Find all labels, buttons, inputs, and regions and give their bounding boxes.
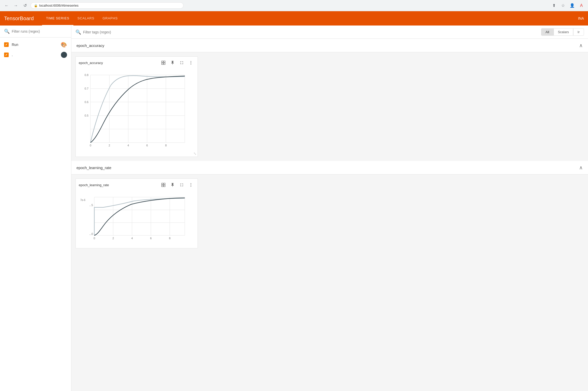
profile-button[interactable]: 👤 xyxy=(569,2,576,9)
svg-rect-28 xyxy=(162,183,163,185)
address-bar[interactable]: 🔒 localhost:6006/#timeseries xyxy=(31,2,184,9)
chart-body-epoch-lr: 7e-6 ...5 ...0 0 2 4 6 8 xyxy=(76,191,198,248)
pin-button-lr[interactable] xyxy=(169,181,176,188)
collapse-icon: ∧ xyxy=(579,42,583,48)
sidebar-search: 🔍 xyxy=(0,26,71,37)
top-nav: TensorBoard TIME SERIES SCALARS GRAPHS I… xyxy=(0,11,588,26)
svg-text:7e-6: 7e-6 xyxy=(80,199,85,201)
filter-tags-input[interactable] xyxy=(83,30,128,34)
fullscreen-button[interactable] xyxy=(178,59,185,66)
lock-icon: 🔒 xyxy=(34,4,38,7)
svg-text:2: 2 xyxy=(109,144,110,147)
search-icon: 🔍 xyxy=(4,29,10,34)
bookmark-button[interactable]: ☆ xyxy=(559,2,567,9)
nav-items: TIME SERIES SCALARS GRAPHS xyxy=(42,11,122,26)
chart-svg-epoch-accuracy: 0.8 0.7 0.6 0.5 0 2 4 6 8 xyxy=(78,70,190,152)
chart-title-epoch-lr: epoch_learning_rate xyxy=(79,183,158,187)
run-checkbox-1[interactable]: ✓ xyxy=(4,42,9,47)
nav-time-series[interactable]: TIME SERIES xyxy=(42,11,73,26)
section-content-epoch-accuracy: epoch_accuracy xyxy=(71,52,588,161)
check-icon: ✓ xyxy=(5,53,8,57)
share-button[interactable]: ⬆ xyxy=(550,2,557,9)
svg-rect-2 xyxy=(162,63,163,65)
svg-text:8: 8 xyxy=(165,144,167,147)
filter-tab-scalars[interactable]: Scalars xyxy=(554,28,573,36)
more-options-button[interactable] xyxy=(187,59,194,66)
svg-point-5 xyxy=(191,62,191,63)
data-view-button[interactable] xyxy=(160,59,167,66)
svg-text:...0: ...0 xyxy=(89,232,93,235)
svg-text:6: 6 xyxy=(150,237,152,240)
run-label-2: . xyxy=(12,53,58,57)
svg-text:0.7: 0.7 xyxy=(85,87,88,90)
extension-button[interactable]: A xyxy=(578,2,585,9)
svg-rect-1 xyxy=(164,61,165,62)
filter-tabs: All Scalars Ir xyxy=(541,28,584,36)
content-top-bar: 🔍 All Scalars Ir xyxy=(71,26,588,39)
svg-point-4 xyxy=(191,61,191,62)
section-epoch-accuracy: epoch_accuracy ∧ epoch_accuracy xyxy=(71,39,588,161)
browser-chrome: ← → ↺ 🔒 localhost:6006/#timeseries ⬆ ☆ 👤… xyxy=(0,0,588,11)
run-checkbox-2[interactable]: ✓ xyxy=(4,53,9,57)
svg-rect-0 xyxy=(162,61,163,62)
svg-point-34 xyxy=(191,186,191,187)
section-header-epoch-accuracy[interactable]: epoch_accuracy ∧ xyxy=(71,39,588,52)
fullscreen-button-lr[interactable] xyxy=(178,181,185,188)
svg-text:0.6: 0.6 xyxy=(85,100,88,104)
svg-point-32 xyxy=(191,183,191,184)
reload-button[interactable]: ↺ xyxy=(21,2,29,9)
browser-actions: ⬆ ☆ 👤 A xyxy=(550,2,585,9)
run-color-dot-2 xyxy=(61,52,67,58)
section-title-epoch-lr: epoch_learning_rate xyxy=(76,166,111,170)
run-list: ✓ Run 🎨 ✓ . xyxy=(0,37,71,62)
palette-icon[interactable]: 🎨 xyxy=(61,42,67,48)
chart-body-epoch-accuracy: 0.8 0.7 0.6 0.5 0 2 4 6 8 xyxy=(76,69,198,157)
chart-card-header: epoch_accuracy xyxy=(76,57,198,69)
chart-title-epoch-accuracy: epoch_accuracy xyxy=(79,61,158,65)
run-label-1: Run xyxy=(12,43,58,47)
svg-text:8: 8 xyxy=(169,237,171,240)
svg-rect-29 xyxy=(164,183,165,185)
chart-card-epoch-accuracy: epoch_accuracy xyxy=(75,56,198,157)
section-epoch-lr: epoch_learning_rate ∧ epoch_learning_rat… xyxy=(71,161,588,253)
pin-button[interactable] xyxy=(169,59,176,66)
tag-search-icon: 🔍 xyxy=(75,29,81,35)
chart-card-header-lr: epoch_learning_rate xyxy=(76,179,198,191)
nav-scalars[interactable]: SCALARS xyxy=(73,11,98,26)
svg-text:6: 6 xyxy=(146,144,148,147)
section-content-epoch-lr: epoch_learning_rate xyxy=(71,174,588,253)
brand-logo: TensorBoard xyxy=(4,16,34,21)
filter-tab-ir[interactable]: Ir xyxy=(573,28,584,36)
chart-card-epoch-lr: epoch_learning_rate xyxy=(75,179,198,248)
check-icon: ✓ xyxy=(5,43,8,46)
nav-graphs[interactable]: GRAPHS xyxy=(98,11,122,26)
svg-rect-30 xyxy=(162,185,163,187)
section-header-epoch-lr[interactable]: epoch_learning_rate ∧ xyxy=(71,161,588,174)
section-title-epoch-accuracy: epoch_accuracy xyxy=(76,43,104,48)
collapse-icon-lr: ∧ xyxy=(579,165,583,171)
list-item: ✓ Run 🎨 xyxy=(0,40,71,50)
svg-text:0: 0 xyxy=(90,144,91,147)
svg-text:4: 4 xyxy=(127,144,129,147)
filter-tab-all[interactable]: All xyxy=(541,28,553,36)
chart-svg-epoch-lr: 7e-6 ...5 ...0 0 2 4 6 8 xyxy=(78,192,190,243)
svg-text:0.8: 0.8 xyxy=(85,73,88,77)
nav-right: INA xyxy=(578,16,584,20)
sidebar: 🔍 ✓ Run 🎨 ✓ . xyxy=(0,26,71,391)
filter-runs-input[interactable] xyxy=(12,29,67,33)
url-text: localhost:6006/#timeseries xyxy=(39,4,79,7)
svg-text:4: 4 xyxy=(131,237,133,240)
main-layout: 🔍 ✓ Run 🎨 ✓ . xyxy=(0,26,588,391)
list-item: ✓ . xyxy=(0,50,71,60)
forward-button[interactable]: → xyxy=(12,2,19,9)
svg-text:...5: ...5 xyxy=(89,204,93,207)
tag-search: 🔍 xyxy=(75,29,538,35)
svg-text:2: 2 xyxy=(112,237,114,240)
back-button[interactable]: ← xyxy=(3,2,10,9)
svg-point-33 xyxy=(191,185,191,185)
content-area: 🔍 All Scalars Ir epoch_accuracy ∧ xyxy=(71,26,588,391)
data-view-button-lr[interactable] xyxy=(160,181,167,188)
more-options-button-lr[interactable] xyxy=(187,181,194,188)
resize-handle[interactable]: ⤡ xyxy=(193,152,197,156)
svg-point-6 xyxy=(191,64,191,65)
